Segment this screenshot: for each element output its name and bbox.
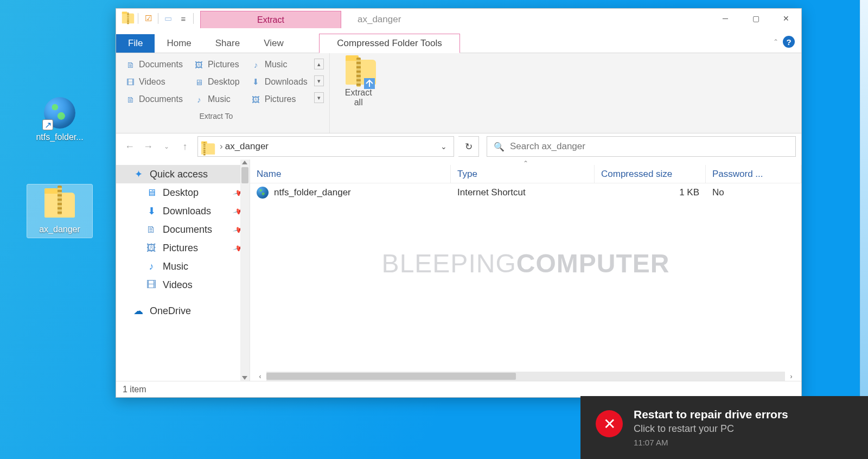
breadcrumb[interactable]: ›ax_danger xyxy=(220,141,436,152)
label: Extract xyxy=(345,88,372,98)
address-zip-icon xyxy=(201,143,208,150)
sidebar-item-quick-access[interactable]: ✦Quick access xyxy=(116,165,250,183)
col-type[interactable]: Type xyxy=(451,165,595,183)
desktop-zip-ax-danger[interactable]: ax_danger xyxy=(27,184,92,238)
shortcut-overlay-icon: ↗ xyxy=(42,119,53,130)
nav-recent-dropdown[interactable]: ⌄ xyxy=(158,138,175,155)
sidebar-item-music[interactable]: ♪Music xyxy=(116,257,250,276)
navigation-pane: ✦Quick access 🖥Desktop📌 ⬇Downloads📌 🗎Doc… xyxy=(116,160,250,381)
col-name[interactable]: Name xyxy=(250,165,451,183)
refresh-button[interactable]: ↻ xyxy=(458,136,479,157)
nav-forward-button[interactable]: → xyxy=(140,138,156,155)
minimize-button[interactable]: ─ xyxy=(710,9,741,28)
file-row[interactable]: ntfs_folder_danger Internet Shortcut 1 K… xyxy=(250,183,801,202)
globe-icon xyxy=(257,187,269,199)
adjacent-window-edge xyxy=(860,0,868,459)
documents-icon: 🗎 xyxy=(125,94,136,105)
sidebar-item-onedrive[interactable]: ☁OneDrive xyxy=(116,302,250,320)
breadcrumb-segment[interactable]: ax_danger xyxy=(225,141,269,152)
qat-customize-icon[interactable]: ≡ xyxy=(177,12,190,25)
window-title: ax_danger xyxy=(341,9,710,25)
scroll-thumb[interactable] xyxy=(241,167,248,183)
music-icon: ♪ xyxy=(145,260,157,272)
search-box[interactable]: 🔍 xyxy=(487,136,796,157)
help-icon[interactable]: ? xyxy=(783,36,795,48)
tab-view[interactable]: View xyxy=(252,34,296,53)
extract-target-desktop[interactable]: 🖥Desktop xyxy=(190,74,243,90)
extract-to-gallery: 🗎Documents 🖼Pictures ♪Music 🎞Videos 🖥Des… xyxy=(122,56,311,107)
maximize-button[interactable]: ▢ xyxy=(741,9,771,28)
extract-target-documents[interactable]: 🗎Documents xyxy=(122,56,186,73)
sidebar-item-videos[interactable]: 🎞Videos xyxy=(116,276,250,294)
extract-target-documents2[interactable]: 🗎Documents xyxy=(122,91,186,107)
sort-indicator-icon: ⌃ xyxy=(250,160,801,165)
nav-back-button[interactable]: ← xyxy=(122,138,138,155)
app-icon xyxy=(122,12,135,25)
desktop-icon-label: ntfs_folder... xyxy=(36,132,83,142)
hscroll-right-icon[interactable]: › xyxy=(787,372,796,381)
tab-share[interactable]: Share xyxy=(203,34,252,53)
tab-file[interactable]: File xyxy=(116,34,155,53)
navigation-bar: ← → ⌄ ↑ ›ax_danger ⌄ ↻ 🔍 xyxy=(116,133,801,160)
label: Documents xyxy=(139,60,183,69)
gallery-more-icon[interactable]: ▾ xyxy=(314,92,324,103)
label: Quick access xyxy=(150,169,208,180)
scroll-thumb[interactable] xyxy=(266,373,516,380)
toast-title: Restart to repair drive errors xyxy=(634,408,788,421)
col-password[interactable]: Password ... xyxy=(706,165,801,183)
sidebar-item-documents[interactable]: 🗎Documents📌 xyxy=(116,220,250,239)
contextual-tab-header: Extract xyxy=(200,9,341,33)
extract-target-videos[interactable]: 🎞Videos xyxy=(122,74,186,90)
sidebar-scrollbar[interactable] xyxy=(240,160,250,381)
hscroll-left-icon[interactable]: ‹ xyxy=(256,372,265,381)
sidebar-item-desktop[interactable]: 🖥Desktop📌 xyxy=(116,183,250,202)
extract-target-pictures[interactable]: 🖼Pictures xyxy=(190,56,243,73)
address-dropdown-icon[interactable]: ⌄ xyxy=(441,142,450,151)
extract-all-button[interactable]: Extractall xyxy=(335,56,382,111)
downloads-icon: ⬇ xyxy=(251,76,261,87)
file-list: ⌃ Name Type Compressed size Password ...… xyxy=(250,160,801,381)
ribbon-collapse-icon[interactable]: ⌃ xyxy=(773,38,778,46)
nav-up-button[interactable]: ↑ xyxy=(177,138,193,155)
onedrive-icon: ☁ xyxy=(132,305,144,317)
extract-target-music2[interactable]: ♪Music xyxy=(190,91,243,107)
label: Downloads xyxy=(265,77,308,87)
label: Pictures xyxy=(208,60,239,69)
label: Downloads xyxy=(163,206,211,217)
gallery-down-icon[interactable]: ▾ xyxy=(314,75,324,86)
file-password: No xyxy=(706,185,801,200)
qat-newfolder-icon[interactable]: ▭ xyxy=(162,12,175,25)
horizontal-scrollbar[interactable]: ‹ › xyxy=(266,372,785,381)
ribbon: 🗎Documents 🖼Pictures ♪Music 🎞Videos 🖥Des… xyxy=(116,53,801,133)
documents-icon: 🗎 xyxy=(145,224,157,235)
search-input[interactable] xyxy=(510,141,789,152)
close-button[interactable]: ✕ xyxy=(771,9,801,28)
extract-target-pictures2[interactable]: 🖼Pictures xyxy=(247,91,311,107)
desktop-shortcut-ntfs-folder[interactable]: ↗ ntfs_folder... xyxy=(27,92,92,145)
label: Desktop xyxy=(208,77,240,87)
tab-compressed-folder-tools[interactable]: Compressed Folder Tools xyxy=(319,34,460,53)
toast-subtitle: Click to restart your PC xyxy=(634,423,788,435)
ribbon-group-label: Extract To xyxy=(199,112,233,120)
window-body: ✦Quick access 🖥Desktop📌 ⬇Downloads📌 🗎Doc… xyxy=(116,160,801,381)
address-bar[interactable]: ›ax_danger ⌄ xyxy=(197,136,454,157)
label: Videos xyxy=(163,279,193,291)
downloads-icon: ⬇ xyxy=(145,205,157,217)
notification-toast[interactable]: ✕ Restart to repair drive errors Click t… xyxy=(580,396,868,459)
titlebar: ☑ ▭ ≡ Extract ax_danger ─ ▢ ✕ xyxy=(116,9,801,33)
qat-properties-icon[interactable]: ☑ xyxy=(142,12,155,25)
file-explorer-window: ☑ ▭ ≡ Extract ax_danger ─ ▢ ✕ File Home … xyxy=(116,8,802,398)
ribbon-tabs: File Home Share View Compressed Folder T… xyxy=(116,33,801,53)
extract-target-downloads[interactable]: ⬇Downloads xyxy=(247,74,311,90)
extract-target-music[interactable]: ♪Music xyxy=(247,56,311,73)
music-icon: ♪ xyxy=(194,94,205,105)
toast-time: 11:07 AM xyxy=(634,438,788,447)
sidebar-item-pictures[interactable]: 🖼Pictures📌 xyxy=(116,239,250,257)
gallery-scroll: ▴ ▾ ▾ xyxy=(314,56,324,105)
sidebar-item-downloads[interactable]: ⬇Downloads📌 xyxy=(116,202,250,220)
separator xyxy=(193,13,194,24)
tab-home[interactable]: Home xyxy=(155,34,203,53)
contextual-tab-label: Extract xyxy=(200,11,341,28)
col-compressed-size[interactable]: Compressed size xyxy=(595,165,706,183)
gallery-up-icon[interactable]: ▴ xyxy=(314,59,324,69)
